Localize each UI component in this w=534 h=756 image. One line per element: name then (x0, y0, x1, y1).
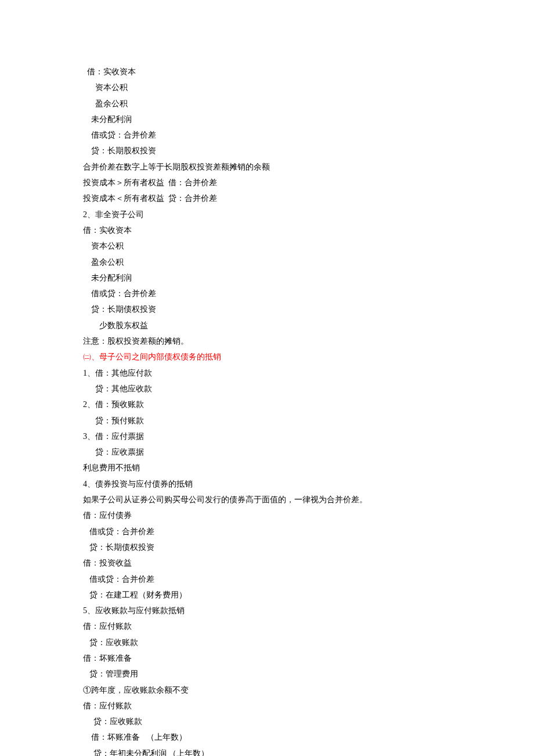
text-line: 未分配利润 (83, 111, 534, 127)
text-line: 贷：管理费用 (83, 666, 534, 682)
text-line: 借：实收资本 (83, 64, 534, 80)
text-line: 贷：长期债权投资 (83, 301, 534, 317)
text-line: 贷：长期债权投资 (83, 539, 534, 555)
text-line: 资本公积 (83, 80, 534, 95)
text-line: 1、借：其他应付款 (83, 365, 534, 381)
text-line: 借或贷：合并价差 (83, 524, 534, 539)
text-line: 借：坏账准备 （上年数） (83, 729, 534, 745)
text-line: 借：投资收益 (83, 555, 534, 571)
text-line: 贷：应收账款 (83, 635, 534, 650)
text-line: 注意：股权投资差额的摊销。 (83, 333, 534, 349)
text-line: 2、借：预收账款 (83, 397, 534, 412)
text-line: 借：应付账款 (83, 698, 534, 714)
text-line: 借或贷：合并价差 (83, 286, 534, 301)
text-line: 4、债券投资与应付债券的抵销 (83, 476, 534, 492)
text-line: 2、非全资子公司 (83, 207, 534, 222)
text-line: 借或贷：合并价差 (83, 127, 534, 143)
text-line: 未分配利润 (83, 270, 534, 286)
text-line: 借或贷：合并价差 (83, 571, 534, 587)
text-line: 贷：应收票据 (83, 444, 534, 460)
text-line: ①跨年度，应收账款余额不变 (83, 682, 534, 698)
text-line: 借：应付账款 (83, 618, 534, 634)
document-page: 借：实收资本 资本公积 盈余公积 未分配利润 借或贷：合并价差 贷：长期股权投资… (0, 0, 534, 756)
text-line: 资本公积 (83, 238, 534, 254)
text-line: 借：坏账准备 (83, 650, 534, 666)
text-line: 如果子公司从证券公司购买母公司发行的债券高于面值的，一律视为合并价差。 (83, 492, 534, 507)
text-line: 合并价差在数字上等于长期股权投资差额摊销的余额 (83, 159, 534, 175)
text-line: 5、应收账款与应付账款抵销 (83, 603, 534, 618)
text-line: 贷：长期股权投资 (83, 143, 534, 159)
text-line: 投资成本＞所有者权益 借：合并价差 (83, 175, 534, 190)
text-line: 贷：年初未分配利润 （上年数） (83, 746, 534, 756)
text-line: 借：应付债券 (83, 507, 534, 523)
text-line: 3、借：应付票据 (83, 429, 534, 444)
text-line: 利息费用不抵销 (83, 460, 534, 476)
text-line: 盈余公积 (83, 254, 534, 270)
text-line: 盈余公积 (83, 96, 534, 111)
text-line: 贷：预付账款 (83, 413, 534, 429)
text-line: 借：实收资本 (83, 222, 534, 238)
text-line: 贷：在建工程（财务费用） (83, 587, 534, 603)
text-line: ㈡、母子公司之间内部债权债务的抵销 (83, 349, 534, 365)
text-line: 贷：其他应收款 (83, 381, 534, 397)
text-line: 少数股东权益 (83, 318, 534, 333)
text-line: 贷：应收账款 (83, 714, 534, 729)
text-line: 投资成本＜所有者权益 贷：合并价差 (83, 190, 534, 206)
